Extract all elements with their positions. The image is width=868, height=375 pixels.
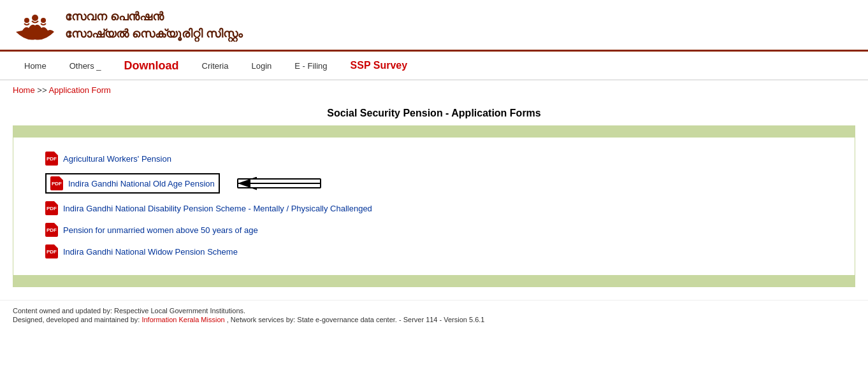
pension-link-3[interactable]: Indira Gandhi National Disability Pensio…: [63, 204, 372, 213]
breadcrumb-home[interactable]: Home: [13, 85, 35, 95]
page-title: Social Security Pension - Application Fo…: [0, 108, 868, 119]
pension-link-4[interactable]: Pension for unmarried women above 50 yea…: [63, 225, 258, 235]
content-top-bar: [13, 126, 855, 138]
svg-point-0: [32, 15, 38, 21]
list-item: PDF Indira Gandhi National Widow Pension…: [45, 241, 835, 262]
footer-line-2: Designed, developed and maintained by: I…: [13, 316, 855, 323]
breadcrumb-current[interactable]: Application Form: [48, 85, 111, 95]
pension-list: PDF Agricultural Workers' Pension PDF In…: [45, 148, 835, 262]
pdf-icon-2: PDF: [50, 176, 63, 190]
pension-link-5[interactable]: Indira Gandhi National Widow Pension Sch…: [63, 247, 238, 257]
nav-home[interactable]: Home: [13, 61, 58, 71]
nav-others[interactable]: Others _: [58, 61, 113, 71]
pdf-icon-5: PDF: [45, 244, 58, 258]
list-item: PDF Pension for unmarried women above 50…: [45, 219, 835, 241]
pdf-icon-3: PDF: [45, 201, 58, 215]
highlighted-row: PDF Indira Gandhi National Old Age Pensi…: [45, 173, 220, 194]
footer-line-1: Content owned and updated by: Respective…: [13, 307, 855, 315]
footer-ikm-link[interactable]: Information Kerala Mission: [141, 316, 224, 323]
pdf-icon-4: PDF: [45, 223, 58, 237]
nav-download[interactable]: Download: [113, 59, 191, 73]
pension-link-2[interactable]: Indira Gandhi National Old Age Pension: [68, 179, 215, 188]
nav-efiling[interactable]: E - Filing: [283, 61, 338, 71]
content-bottom-bar: [13, 275, 855, 287]
footer: Content owned and updated by: Respective…: [0, 300, 868, 331]
pdf-icon: PDF: [45, 152, 58, 166]
header: സേവന പെൻഷൻ സോഷ്യൽ സെക്യൂരിറ്റി സിസ്റ്റം: [0, 0, 868, 52]
list-item-highlighted: PDF Indira Gandhi National Old Age Pensi…: [45, 169, 835, 197]
arrow-annotation: [231, 174, 327, 193]
content-wrapper: PDF Agricultural Workers' Pension PDF In…: [13, 125, 855, 287]
content-body: PDF Agricultural Workers' Pension PDF In…: [13, 138, 855, 275]
svg-point-1: [24, 18, 29, 23]
logo-area: സേവന പെൻഷൻ സോഷ്യൽ സെക്യൂരിറ്റി സിസ്റ്റം: [13, 6, 243, 45]
svg-point-2: [41, 18, 46, 23]
logo-icon: [13, 6, 57, 45]
list-item: PDF Agricultural Workers' Pension: [45, 148, 835, 169]
breadcrumb: Home >> Application Form: [0, 80, 868, 100]
logo-text: സേവന പെൻഷൻ സോഷ്യൽ സെക്യൂരിറ്റി സിസ്റ്റം: [65, 8, 243, 43]
main-nav: Home Others _ Download Criteria Login E …: [0, 52, 868, 80]
nav-login[interactable]: Login: [240, 61, 283, 71]
list-item: PDF Indira Gandhi National Disability Pe…: [45, 197, 835, 219]
pension-link-1[interactable]: Agricultural Workers' Pension: [63, 154, 171, 164]
nav-criteria[interactable]: Criteria: [191, 61, 240, 71]
nav-ssp-survey[interactable]: SSP Survey: [339, 60, 419, 71]
